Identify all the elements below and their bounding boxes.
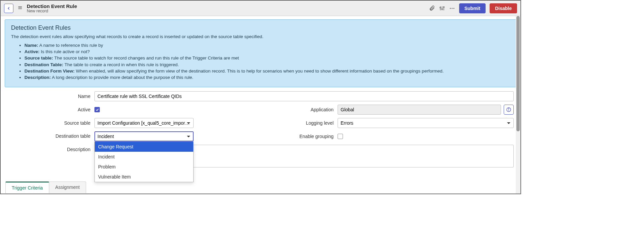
dropdown-item[interactable]: Change Request [95, 142, 193, 152]
page-title: Detection Event Rule [27, 3, 77, 9]
svg-point-10 [451, 8, 452, 9]
svg-point-7 [441, 8, 442, 9]
label-logging-level: Logging level [264, 120, 338, 126]
svg-point-9 [450, 8, 451, 9]
row-active: Active [7, 105, 257, 115]
back-button[interactable] [4, 4, 13, 13]
tab-assignment[interactable]: Assignment [49, 182, 86, 193]
page-subtitle: New record [27, 9, 77, 13]
label-description: Description [7, 145, 94, 152]
info-list-item: Active: Is this rule active or not? [24, 49, 510, 55]
info-panel-description: The detection event rules allow specifyi… [11, 34, 510, 39]
scrollbar[interactable] [516, 16, 520, 194]
scrollbar-thumb[interactable] [516, 16, 520, 131]
application-info-button[interactable] [504, 105, 514, 115]
destination-table-select[interactable]: Incident [94, 131, 194, 141]
more-icon[interactable] [449, 5, 455, 11]
label-enable-grouping: Enable grouping [264, 134, 338, 139]
dropdown-item[interactable]: Vulnerable Item [95, 172, 193, 182]
label-source-table: Source table [7, 120, 94, 126]
info-list-item: Source table: The source table to watch … [24, 55, 510, 61]
svg-point-8 [443, 6, 444, 7]
submit-button[interactable]: Submit [459, 3, 486, 13]
title-block: Detection Event Rule New record [27, 3, 77, 13]
content-area: Detection Event Rules The detection even… [1, 16, 520, 194]
tab-trigger-criteria[interactable]: Trigger Criteria [5, 182, 49, 193]
info-panel-list: Name: A name to reference this rule byAc… [11, 42, 510, 81]
info-panel-title: Detection Event Rules [11, 24, 510, 31]
settings-icon[interactable] [439, 5, 445, 11]
enable-grouping-checkbox[interactable] [338, 134, 343, 139]
attachment-icon[interactable] [429, 5, 435, 11]
row-enable-grouping: Enable grouping [264, 131, 514, 141]
label-destination-table: Destination table [7, 131, 94, 139]
svg-point-6 [440, 7, 441, 8]
info-list-item: Destination Table: The table to create a… [24, 62, 510, 68]
label-active: Active [7, 107, 94, 112]
destination-table-dropdown: Change RequestIncidentProblemVulnerable … [94, 141, 194, 182]
dropdown-item[interactable]: Problem [95, 162, 193, 172]
logging-level-select[interactable]: Errors [338, 118, 514, 128]
active-checkbox[interactable] [94, 107, 100, 112]
info-panel: Detection Event Rules The detection even… [5, 19, 516, 87]
row-description: Description [7, 145, 514, 167]
label-name: Name [7, 94, 94, 99]
source-table-select[interactable]: Import Configuration [x_qual5_core_impor… [94, 118, 194, 128]
page-header: Detection Event Rule New record Submit D… [1, 1, 520, 16]
row-logging-level: Logging level Errors [264, 118, 514, 128]
row-source-table: Source table Import Configuration [x_qua… [7, 118, 257, 128]
svg-point-11 [453, 8, 454, 9]
info-list-item: Description: A long description to provi… [24, 75, 510, 81]
dropdown-item[interactable]: Incident [95, 152, 193, 162]
info-list-item: Destination Form View: When enabled, wil… [24, 68, 510, 74]
label-application: Application [264, 107, 338, 112]
info-list-item: Name: A name to reference this rule by [24, 42, 510, 48]
svg-point-14 [508, 109, 509, 109]
row-application: Application [264, 105, 514, 115]
disable-button[interactable]: Disable [490, 3, 517, 13]
row-name: Name [7, 91, 514, 101]
row-destination-table: Destination table Incident Change Reques… [7, 131, 257, 141]
context-menu-icon[interactable] [17, 5, 23, 11]
name-field[interactable] [94, 91, 514, 101]
application-field [338, 105, 501, 115]
tabs: Trigger CriteriaAssignment [5, 182, 86, 193]
